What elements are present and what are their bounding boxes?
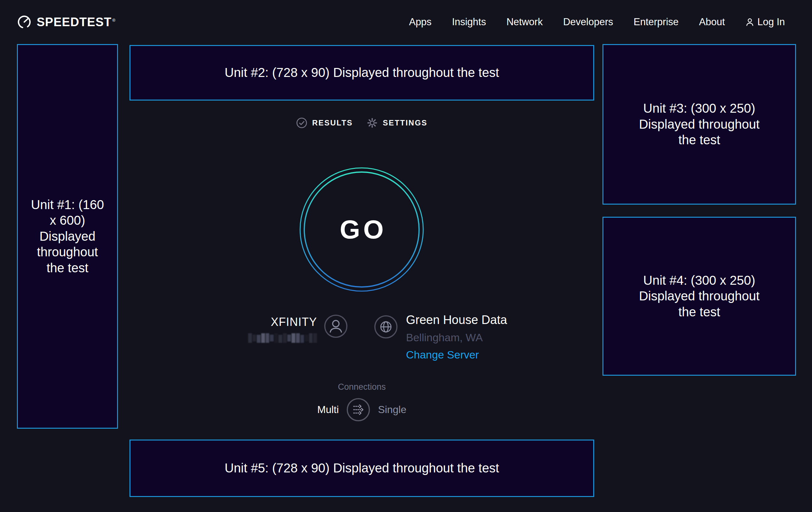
multi-arrows-circle-icon[interactable] [346, 398, 370, 422]
ad-unit-1-text: Unit #1: (160 x 600) Displayed throughou… [30, 197, 105, 276]
person-circle-icon [324, 315, 348, 338]
ad-unit-5-text: Unit #5: (728 x 90) Displayed throughout… [225, 460, 499, 476]
nav-item-apps[interactable]: Apps [409, 16, 432, 28]
connections-toggle: Multi Single [129, 397, 594, 422]
server-name: Green House Data [406, 313, 507, 327]
nav-item-developers[interactable]: Developers [563, 16, 613, 28]
check-circle-icon [296, 117, 307, 128]
go-button-label: GO [299, 167, 424, 292]
ad-unit-1[interactable]: Unit #1: (160 x 600) Displayed throughou… [17, 44, 118, 429]
tab-settings-label: SETTINGS [383, 118, 427, 127]
isp-name: XFINITY [271, 316, 317, 328]
redacted-ip-address [248, 333, 317, 343]
server-location: Bellingham, WA [406, 332, 507, 344]
isp-info: XFINITY [204, 315, 348, 343]
logo-text: SPEEDTEST® [37, 15, 116, 29]
nav-item-network[interactable]: Network [506, 16, 543, 28]
speedometer-gauge-icon [17, 15, 32, 29]
tab-results-label: RESULTS [312, 118, 353, 127]
login-label: Log In [757, 16, 785, 28]
server-info: Green House Data Bellingham, WA Change S… [374, 315, 507, 361]
globe-circle-icon [374, 315, 398, 339]
connections-label: Connections [129, 382, 594, 392]
change-server-link[interactable]: Change Server [406, 349, 507, 361]
tab-settings[interactable]: SETTINGS [367, 117, 427, 128]
ad-unit-3[interactable]: Unit #3: (300 x 250) Displayed throughou… [603, 44, 796, 205]
login-button[interactable]: Log In [745, 16, 785, 28]
tab-results[interactable]: RESULTS [296, 117, 353, 128]
speedtest-logo[interactable]: SPEEDTEST® [17, 15, 116, 29]
nav-item-enterprise[interactable]: Enterprise [633, 16, 678, 28]
ad-unit-5[interactable]: Unit #5: (728 x 90) Displayed throughout… [129, 439, 594, 497]
logo-trademark: ® [112, 18, 116, 23]
ad-unit-4[interactable]: Unit #4: (300 x 250) Displayed throughou… [603, 217, 796, 376]
ad-unit-2-text: Unit #2: (728 x 90) Displayed throughout… [225, 65, 499, 81]
ad-unit-4-text: Unit #4: (300 x 250) Displayed throughou… [635, 273, 764, 320]
ad-unit-3-text: Unit #3: (300 x 250) Displayed throughou… [635, 101, 764, 148]
nav-item-about[interactable]: About [699, 16, 725, 28]
person-icon [745, 18, 754, 26]
top-navigation: SPEEDTEST® Apps Insights Network Develop… [0, 0, 812, 44]
go-button[interactable]: GO [299, 167, 424, 292]
nav-menu: Apps Insights Network Developers Enterpr… [409, 16, 812, 28]
connections-single-option[interactable]: Single [378, 404, 406, 415]
view-tabs: RESULTS SETTINGS [129, 114, 594, 132]
ad-unit-2[interactable]: Unit #2: (728 x 90) Displayed throughout… [129, 45, 594, 101]
connections-multi-option[interactable]: Multi [317, 404, 339, 415]
nav-item-insights[interactable]: Insights [452, 16, 486, 28]
gear-icon [367, 117, 378, 128]
